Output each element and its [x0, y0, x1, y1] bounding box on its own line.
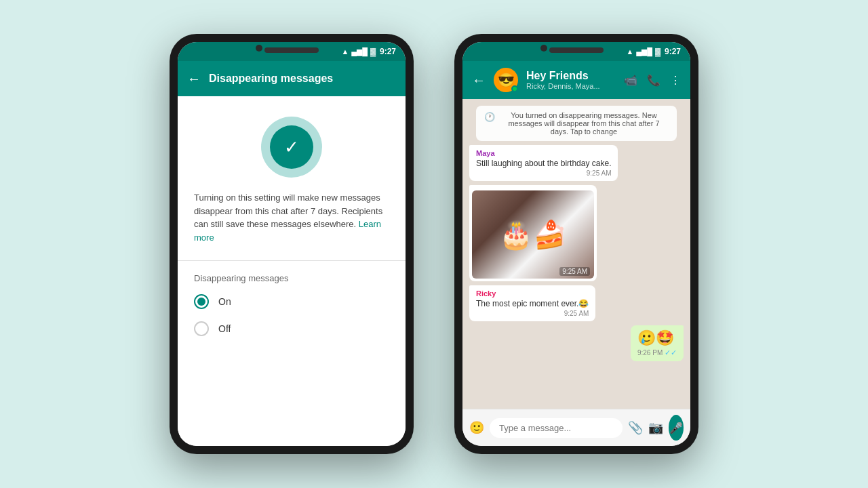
- back-button-1[interactable]: ←: [187, 71, 201, 87]
- video-call-icon[interactable]: 📹: [624, 74, 637, 87]
- description-text: Turning on this setting will make new me…: [178, 191, 406, 258]
- phone-2-notch: [549, 47, 604, 53]
- screen-content-1: ✓ Turning on this setting will make new …: [178, 96, 406, 446]
- time-display-2: 9:27: [665, 47, 681, 56]
- toolbar-1: ← Disappearing messages: [178, 61, 406, 96]
- disappear-icon: 🕐: [484, 112, 495, 122]
- radio-outer-on: [194, 294, 209, 309]
- status-icons-2: ▲ ▄▆█ ▓: [626, 47, 660, 56]
- bubble-sent-emoji: 🥲🤩 9:26 PM ✓✓: [631, 325, 684, 361]
- phone-2: ▲ ▄▆█ ▓ 9:27 ← 😎 Hey Friends Ricky, Denn…: [454, 34, 698, 454]
- phone-1-inner: ▲ ▄▆█ ▓ 9:27 ← Disappearing messages ✓: [178, 42, 406, 446]
- chat-area: 🕐 You turned on disappearing messages. N…: [462, 99, 690, 409]
- radio-inner-on: [197, 298, 205, 306]
- msg-time-maya: 9:25 AM: [476, 169, 611, 177]
- chat-title: Hey Friends: [526, 70, 616, 82]
- wifi-icon-2: ▲: [626, 47, 633, 56]
- sender-maya: Maya: [476, 149, 611, 157]
- message-maya-text: Maya Still laughing about the birthday c…: [469, 145, 618, 181]
- chat-subtitle: Ricky, Dennis, Maya...: [526, 82, 616, 90]
- msg-time-sent: 9:26 PM ✓✓: [637, 348, 677, 357]
- mic-icon: 🎤: [669, 422, 683, 434]
- phones-container: ▲ ▄▆█ ▓ 9:27 ← Disappearing messages ✓: [170, 34, 698, 454]
- phone-1: ▲ ▄▆█ ▓ 9:27 ← Disappearing messages ✓: [170, 34, 414, 454]
- phone-2-camera: [540, 45, 547, 52]
- input-bar: 🙂 📎 📷 🎤: [462, 409, 690, 446]
- emoji-icon[interactable]: 🙂: [469, 420, 484, 435]
- message-maya-image: 🎂🍰 9:25 AM: [469, 185, 597, 281]
- check-icon: ✓: [284, 137, 299, 158]
- cake-image: 🎂🍰 9:25 AM: [472, 190, 594, 279]
- chat-avatar: 😎: [494, 68, 518, 92]
- bubble-ricky: Ricky The most epic moment ever.😂 9:25 A…: [469, 285, 595, 321]
- msg-time-ricky: 9:25 AM: [476, 310, 589, 317]
- more-options-icon[interactable]: ⋮: [670, 74, 681, 87]
- chat-toolbar-icons: 📹 📞 ⋮: [624, 74, 681, 87]
- radio-outer-off: [194, 321, 209, 336]
- setting-section: Disappearing messages On Off: [178, 264, 406, 358]
- message-input[interactable]: [490, 418, 623, 438]
- cake-emoji: 🎂🍰: [499, 219, 567, 251]
- phone-2-inner: ▲ ▄▆█ ▓ 9:27 ← 😎 Hey Friends Ricky, Denn…: [462, 42, 690, 446]
- message-ricky: Ricky The most epic moment ever.😂 9:25 A…: [469, 285, 595, 321]
- message-text-ricky: The most epic moment ever.😂: [476, 299, 589, 308]
- message-text-maya: Still laughing about the birthday cake.: [476, 159, 611, 168]
- check-icon-circle: ✓: [270, 125, 313, 169]
- bubble-maya-image: 🎂🍰 9:25 AM: [469, 185, 597, 281]
- radio-label-off: Off: [218, 323, 231, 334]
- icon-circle: ✓: [261, 117, 322, 178]
- system-message[interactable]: 🕐 You turned on disappearing messages. N…: [476, 106, 677, 141]
- radio-label-on: On: [218, 296, 231, 307]
- toolbar-title-1: Disappearing messages: [209, 73, 396, 85]
- mic-button[interactable]: 🎤: [669, 415, 684, 441]
- wifi-icon-1: ▲: [341, 47, 349, 56]
- battery-icon-1: ▓: [370, 47, 376, 56]
- chat-title-block: Hey Friends Ricky, Dennis, Maya...: [526, 70, 616, 90]
- signal-icon-1: ▄▆█: [351, 47, 368, 56]
- phone-camera: [256, 45, 262, 52]
- phone-notch: [264, 47, 319, 53]
- divider: [178, 260, 406, 261]
- online-indicator: [511, 85, 518, 92]
- time-display-1: 9:27: [380, 47, 396, 56]
- read-receipt: ✓✓: [665, 348, 677, 357]
- battery-icon-2: ▓: [655, 47, 660, 56]
- chat-toolbar: ← 😎 Hey Friends Ricky, Dennis, Maya... 📹…: [462, 61, 690, 99]
- message-sent-emoji: 🥲🤩 9:26 PM ✓✓: [631, 325, 684, 361]
- signal-icon-2: ▄▆█: [636, 47, 652, 56]
- sent-emoji-text: 🥲🤩: [637, 329, 674, 346]
- setting-label: Disappearing messages: [194, 273, 389, 283]
- status-icons-1: ▲ ▄▆█ ▓: [341, 47, 376, 56]
- voice-call-icon[interactable]: 📞: [647, 74, 660, 87]
- radio-on[interactable]: On: [194, 294, 389, 309]
- image-time: 9:25 AM: [559, 267, 590, 276]
- attach-icon[interactable]: 📎: [628, 420, 643, 435]
- back-button-2[interactable]: ←: [472, 73, 486, 88]
- radio-off[interactable]: Off: [194, 321, 389, 336]
- camera-icon[interactable]: 📷: [648, 420, 663, 435]
- sender-ricky: Ricky: [476, 289, 589, 298]
- bubble-maya-text: Maya Still laughing about the birthday c…: [469, 145, 618, 181]
- system-message-text: You turned on disappearing messages. New…: [499, 111, 669, 136]
